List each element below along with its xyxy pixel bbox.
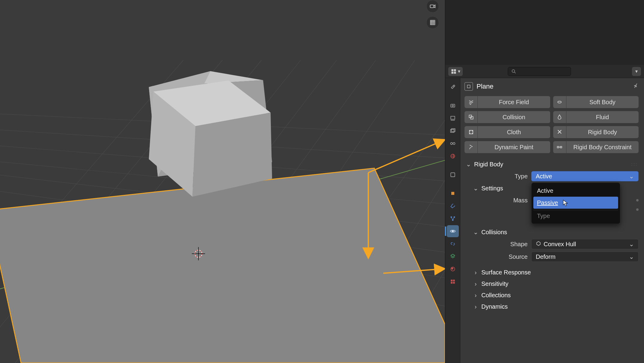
options-button[interactable]: ▾ <box>632 67 641 76</box>
svg-line-48 <box>514 72 516 73</box>
dropdown-item-active[interactable]: Active <box>533 185 618 197</box>
physics-rigid-body-constraint[interactable]: Rigid Body Constraint <box>553 141 639 153</box>
tab-world[interactable] <box>447 150 459 162</box>
editor-type-selector[interactable]: ▾ <box>448 67 463 76</box>
svg-rect-68 <box>453 280 455 281</box>
perspective-toggle-button[interactable] <box>426 16 439 29</box>
tab-output[interactable] <box>447 112 459 124</box>
svg-point-49 <box>453 85 455 86</box>
viewport-gizmo-column <box>426 0 439 29</box>
physics-rigid-body[interactable]: ✕ Rigid Body <box>553 126 639 138</box>
svg-rect-44 <box>454 69 456 71</box>
chevron-right-icon: › <box>473 303 478 310</box>
dropdown-item-label: Passive <box>537 199 558 206</box>
tab-physics[interactable] <box>447 225 459 237</box>
object-name[interactable]: Plane <box>477 83 493 90</box>
type-select[interactable]: Active ⌄ <box>531 171 639 181</box>
physics-force-field[interactable]: Force Field <box>465 96 550 108</box>
physics-fluid[interactable]: Fluid <box>553 111 639 123</box>
field-source-row: Source Deform ⌄ <box>465 250 639 263</box>
chevron-down-icon: ⌄ <box>629 173 634 180</box>
top-empty-panel <box>445 0 644 65</box>
physics-label: Fluid <box>566 114 639 121</box>
keyframe-dot[interactable] <box>636 199 639 201</box>
dynamic-paint-icon <box>465 141 478 153</box>
svg-rect-71 <box>467 85 470 88</box>
shape-value: Convex Hull <box>544 241 576 248</box>
panel-title: Rigid Body <box>474 161 503 168</box>
svg-rect-58 <box>451 173 455 177</box>
search-icon <box>511 69 517 74</box>
tab-texture[interactable] <box>447 276 459 288</box>
panel-collections-header[interactable]: › Collections <box>465 289 639 301</box>
physics-label: Soft Body <box>566 99 639 106</box>
physics-label: Rigid Body Constraint <box>566 144 639 151</box>
svg-rect-67 <box>451 280 452 281</box>
type-label: Type <box>465 173 528 180</box>
field-type-row: Type Active ⌄ Active Passive Type <box>465 170 639 183</box>
svg-rect-52 <box>451 116 455 119</box>
properties-search[interactable] <box>508 67 571 76</box>
object-icon <box>465 82 473 91</box>
tab-render[interactable] <box>447 100 459 112</box>
physics-dynamic-paint[interactable]: Dynamic Paint <box>465 141 550 153</box>
svg-rect-69 <box>451 282 452 284</box>
svg-point-55 <box>450 143 452 145</box>
cursor-icon <box>563 200 568 206</box>
panel-rigid-body-header[interactable]: ⌄ Rigid Body :::: <box>465 159 639 170</box>
svg-rect-75 <box>560 147 562 148</box>
tab-material[interactable] <box>447 263 459 275</box>
tab-tool[interactable] <box>447 81 459 93</box>
shape-select[interactable]: Convex Hull ⌄ <box>531 239 639 249</box>
chevron-down-icon: ⌄ <box>466 161 471 168</box>
source-select[interactable]: Deform ⌄ <box>531 252 639 262</box>
mass-label: Mass <box>465 197 528 204</box>
svg-rect-46 <box>454 71 456 74</box>
tab-scene[interactable] <box>447 138 459 150</box>
svg-rect-43 <box>452 69 454 71</box>
type-value: Active <box>536 173 552 180</box>
rigid-body-remove-icon: ✕ <box>553 126 566 138</box>
physics-label: Force Field <box>478 99 550 106</box>
properties-panel: ▾ ▾ Plane <box>445 65 644 363</box>
panel-dynamics-header[interactable]: › Dynamics <box>465 301 639 312</box>
dropdown-item-passive[interactable]: Passive <box>533 197 618 209</box>
svg-rect-34 <box>431 20 435 25</box>
tab-constraint[interactable] <box>447 238 459 250</box>
panel-sensitivity-header[interactable]: › Sensitivity <box>465 278 639 289</box>
tab-collection[interactable] <box>447 169 459 181</box>
dropdown-footer-label: Type <box>537 213 550 219</box>
svg-rect-53 <box>450 129 454 132</box>
panel-collisions-header[interactable]: ⌄ Collisions <box>465 226 639 238</box>
tab-object[interactable] <box>447 187 459 199</box>
viewport-3d[interactable] <box>0 0 445 363</box>
source-label: Source <box>465 253 528 260</box>
panel-title: Sensitivity <box>481 280 508 287</box>
pin-button[interactable] <box>630 81 640 92</box>
tab-viewlayer[interactable] <box>447 125 459 137</box>
svg-rect-45 <box>452 71 454 74</box>
keyframe-dot[interactable] <box>636 208 639 211</box>
physics-label: Rigid Body <box>566 129 639 136</box>
fluid-icon <box>553 111 566 123</box>
chevron-down-icon: ⌄ <box>473 228 478 236</box>
panel-surface-response-header[interactable]: › Surface Response <box>465 267 639 278</box>
camera-view-button[interactable] <box>426 0 439 13</box>
svg-rect-50 <box>451 104 455 107</box>
tab-modifier[interactable] <box>447 200 459 212</box>
properties-header: ▾ ▾ <box>445 65 644 78</box>
tab-particle[interactable] <box>447 213 459 225</box>
tab-data[interactable] <box>447 250 459 262</box>
dropdown-footer: Type <box>533 210 618 222</box>
physics-type-grid: Force Field Soft Body Collision Fluid Cl… <box>465 96 639 153</box>
chevron-down-icon: ⌄ <box>629 253 634 260</box>
svg-rect-74 <box>557 147 559 148</box>
physics-label: Dynamic Paint <box>478 144 550 151</box>
svg-rect-33 <box>430 5 434 8</box>
physics-collision[interactable]: Collision <box>465 111 550 123</box>
soft-body-icon <box>553 96 566 108</box>
physics-cloth[interactable]: Cloth <box>465 126 550 138</box>
panel-title: Collisions <box>481 229 507 236</box>
properties-tab-strip <box>445 78 460 363</box>
physics-soft-body[interactable]: Soft Body <box>553 96 639 108</box>
